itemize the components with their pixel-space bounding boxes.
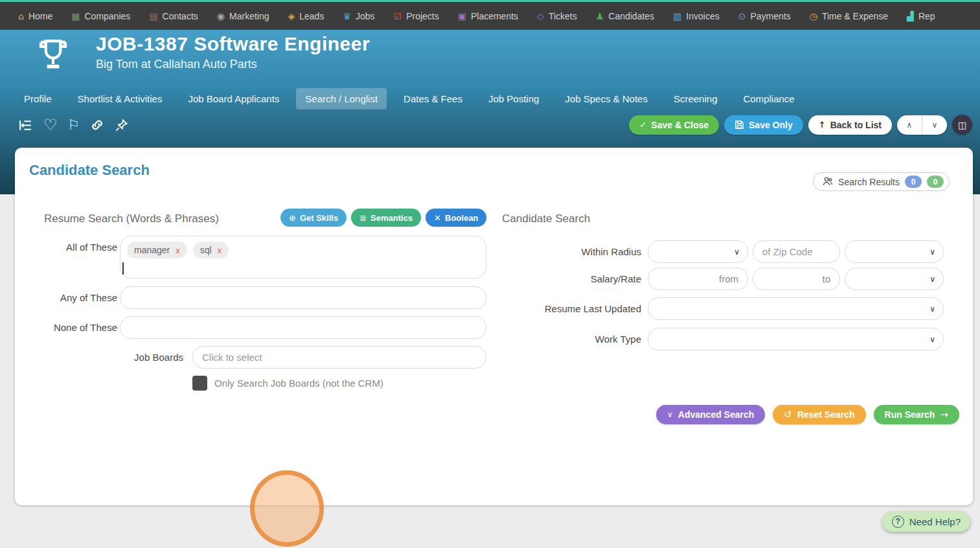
nav-label: Home — [28, 11, 52, 21]
boolean-button[interactable]: ✕ Boolean — [426, 209, 486, 227]
search-actions: ∨ Advanced Search ↺ Reset Search Run Sea… — [656, 405, 959, 424]
only-job-boards-checkbox[interactable] — [192, 376, 207, 391]
trophy-icon — [34, 34, 73, 74]
nav-label: Placements — [471, 11, 518, 21]
semantics-button[interactable]: ≣ Semantics — [351, 209, 421, 227]
get-skills-label: Get Skills — [300, 213, 338, 223]
radius-units-select[interactable]: ∨ — [845, 240, 944, 263]
heart-icon[interactable]: ♡ — [43, 117, 58, 133]
arrow-right-icon: → — [940, 409, 948, 420]
nav-item-reports[interactable]: ▟Rep — [907, 11, 935, 21]
salary-from-input[interactable] — [648, 268, 748, 290]
save-only-label: Save Only — [749, 120, 793, 130]
chevron-down-icon: ∨ — [734, 247, 740, 257]
nav-item-marketing[interactable]: ◉Marketing — [217, 11, 269, 21]
run-search-label: Run Search — [885, 409, 935, 420]
nav-item-invoices[interactable]: ▥Invoices — [673, 11, 720, 21]
tab-screening[interactable]: Screening — [665, 88, 727, 109]
next-record-button[interactable]: ∨ — [922, 120, 947, 130]
reset-search-label: Reset Search — [797, 409, 855, 420]
tab-compliance[interactable]: Compliance — [734, 88, 803, 109]
tab-search-longlist[interactable]: Search / Longlist — [296, 88, 387, 109]
page-title: JOB-1387 Software Engineer — [96, 33, 370, 55]
tab-profile[interactable]: Profile — [15, 88, 61, 109]
arrow-up-icon: ↑ — [819, 120, 826, 130]
floppy-icon — [735, 120, 744, 130]
marketing-icon: ◉ — [217, 12, 225, 21]
nav-item-projects[interactable]: ☑Projects — [394, 11, 439, 21]
nav-item-placements[interactable]: ▣Placements — [458, 11, 518, 21]
only-job-boards-label: Only Search Job Boards (not the CRM) — [214, 378, 383, 389]
link-icon[interactable] — [90, 118, 104, 132]
advanced-search-button[interactable]: ∨ Advanced Search — [656, 405, 765, 424]
tickets-icon: ◇ — [537, 12, 544, 21]
nav-label: Contacts — [163, 11, 198, 21]
resume-last-updated-select[interactable]: ∨ — [648, 297, 944, 320]
nav-item-tickets[interactable]: ◇Tickets — [537, 11, 577, 21]
page-subtitle: Big Tom at Callahan Auto Parts — [96, 58, 257, 71]
nav-item-home[interactable]: ⌂Home — [18, 11, 52, 21]
salary-rate-label: Salary/Rate — [512, 273, 641, 284]
work-type-label: Work Type — [447, 334, 641, 345]
record-pager: ∧ ∨ — [897, 115, 947, 135]
tab-shortlist-activities[interactable]: Shortlist & Activities — [69, 88, 172, 109]
outline-panel-icon[interactable] — [18, 118, 33, 133]
text-caret — [122, 262, 124, 275]
leads-icon: ◈ — [288, 12, 295, 21]
chevron-down-icon: ∨ — [929, 275, 935, 284]
contacts-icon: ▤ — [149, 12, 157, 21]
tab-job-board-applicants[interactable]: Job Board Applicants — [179, 88, 288, 109]
nav-item-time-expense[interactable]: ◷Time & Expense — [810, 11, 888, 21]
search-results-button[interactable]: Search Results 0 0 — [813, 172, 950, 191]
run-search-button[interactable]: Run Search → — [874, 405, 959, 424]
nav-label: Time & Expense — [822, 11, 888, 21]
chevron-down-icon: ∨ — [929, 304, 935, 314]
back-to-list-button[interactable]: ↑ Back to List — [808, 115, 892, 135]
nav-item-leads[interactable]: ◈Leads — [288, 11, 324, 21]
question-icon: ? — [892, 516, 904, 528]
nav-label: Marketing — [229, 11, 269, 21]
salary-to-input[interactable] — [753, 268, 840, 290]
nav-item-companies[interactable]: ▦Companies — [71, 11, 130, 21]
results-count-green-badge: 0 — [927, 176, 944, 188]
reset-search-button[interactable]: ↺ Reset Search — [773, 405, 865, 424]
projects-icon: ☑ — [394, 12, 402, 21]
all-of-these-input[interactable]: manager x sql x — [120, 236, 486, 279]
pin-icon[interactable] — [115, 119, 128, 132]
prev-record-button[interactable]: ∧ — [897, 120, 922, 130]
nav-item-candidates[interactable]: ♟Candidates — [596, 11, 654, 21]
panel-icon: ◫ — [958, 120, 966, 130]
remove-tag-icon[interactable]: x — [176, 245, 180, 255]
salary-period-select[interactable]: ∨ — [845, 268, 944, 290]
nav-item-payments[interactable]: ⊙Payments — [738, 11, 791, 21]
home-icon: ⌂ — [18, 12, 24, 21]
nav-label: Invoices — [686, 11, 719, 21]
any-of-these-input[interactable] — [120, 286, 486, 309]
radius-select[interactable]: ∨ — [648, 240, 748, 263]
target-icon: ⊕ — [289, 213, 296, 223]
get-skills-button[interactable]: ⊕ Get Skills — [280, 209, 347, 227]
within-radius-label: Within Radius — [512, 246, 641, 257]
tab-job-posting[interactable]: Job Posting — [479, 88, 548, 109]
nav-label: Jobs — [356, 11, 375, 21]
x-icon: ✕ — [434, 213, 441, 223]
zip-code-input[interactable] — [753, 240, 840, 263]
need-help-button[interactable]: ? Need Help? — [882, 511, 970, 532]
remove-tag-icon[interactable]: x — [218, 245, 222, 255]
work-type-select[interactable]: ∨ — [648, 328, 944, 350]
job-boards-input[interactable] — [192, 346, 486, 369]
invoices-icon: ▥ — [673, 12, 681, 21]
nav-item-contacts[interactable]: ▤Contacts — [149, 11, 198, 21]
save-close-label: Save & Close — [651, 120, 709, 130]
save-close-button[interactable]: ✓ Save & Close — [629, 115, 719, 135]
save-only-button[interactable]: Save Only — [724, 115, 803, 135]
none-of-these-input[interactable] — [120, 316, 486, 339]
tab-job-specs-notes[interactable]: Job Specs & Notes — [556, 88, 657, 109]
flag-icon[interactable]: ⚐ — [68, 119, 80, 132]
tag-text: sql — [200, 245, 212, 255]
side-panel-toggle-button[interactable]: ◫ — [952, 115, 972, 135]
time-expense-icon: ◷ — [810, 12, 817, 21]
nav-item-jobs[interactable]: ♛Jobs — [343, 11, 374, 21]
people-icon — [822, 176, 833, 187]
tab-dates-fees[interactable]: Dates & Fees — [394, 88, 472, 109]
